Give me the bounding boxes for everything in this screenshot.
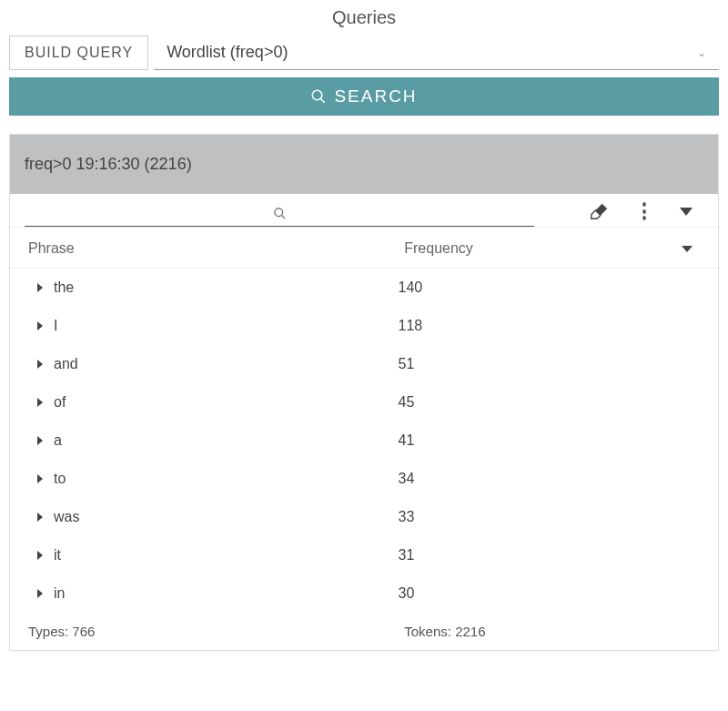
- page-title: Queries: [9, 7, 719, 28]
- phrase-cell: it: [54, 547, 399, 564]
- table-row[interactable]: I118: [10, 307, 718, 345]
- build-query-button[interactable]: BUILD QUERY: [9, 36, 148, 70]
- phrase-cell: I: [54, 318, 399, 334]
- more-options-button[interactable]: ⋮: [634, 201, 654, 221]
- expand-caret-icon[interactable]: [37, 398, 43, 407]
- collapse-button[interactable]: [680, 208, 693, 216]
- svg-point-2: [274, 208, 282, 217]
- frequency-cell: 31: [399, 547, 700, 564]
- expand-caret-icon[interactable]: [37, 436, 43, 445]
- svg-line-1: [321, 98, 326, 103]
- footer-tokens: Tokens: 2216: [404, 624, 700, 639]
- query-select-value: Wordlist (freq>0): [167, 43, 288, 62]
- chevron-down-icon: ⌄: [697, 46, 706, 59]
- query-select[interactable]: Wordlist (freq>0) ⌄: [154, 36, 719, 70]
- table-row[interactable]: a41: [10, 422, 718, 460]
- frequency-cell: 30: [399, 585, 700, 602]
- results-card: freq>0 19:16:30 (2216) ⋮: [9, 134, 719, 651]
- phrase-cell: and: [54, 356, 399, 372]
- table-row[interactable]: and51: [10, 345, 718, 383]
- search-icon: [310, 88, 327, 105]
- phrase-cell: to: [54, 471, 399, 487]
- frequency-cell: 140: [399, 279, 700, 296]
- eraser-button[interactable]: [589, 201, 609, 221]
- frequency-cell: 51: [399, 356, 700, 372]
- footer-tokens-value: 2216: [455, 624, 485, 639]
- svg-line-3: [281, 215, 285, 218]
- phrase-cell: a: [54, 432, 399, 449]
- table-row[interactable]: of45: [10, 383, 718, 422]
- table-row[interactable]: the140: [10, 269, 718, 307]
- table-header: Phrase Frequency: [10, 228, 718, 269]
- expand-caret-icon[interactable]: [37, 474, 43, 483]
- caret-down-icon: [680, 208, 693, 216]
- expand-caret-icon[interactable]: [37, 589, 43, 598]
- table-row[interactable]: it31: [10, 536, 718, 574]
- expand-caret-icon[interactable]: [37, 551, 43, 560]
- column-header-frequency[interactable]: Frequency: [404, 240, 682, 257]
- expand-caret-icon[interactable]: [37, 321, 43, 330]
- filter-input-wrap[interactable]: [25, 201, 534, 227]
- frequency-cell: 45: [399, 394, 700, 411]
- result-header: freq>0 19:16:30 (2216): [10, 135, 718, 194]
- toolbar-icons: ⋮: [589, 201, 703, 227]
- footer-types-label: Types:: [28, 624, 68, 639]
- table-footer: Types: 766 Tokens: 2216: [10, 613, 718, 650]
- kebab-icon: ⋮: [634, 201, 654, 221]
- table-row[interactable]: to34: [10, 460, 718, 498]
- frequency-cell: 34: [399, 471, 700, 487]
- search-icon: [273, 207, 287, 220]
- frequency-cell: 33: [399, 509, 700, 525]
- toolbar: ⋮: [10, 194, 718, 228]
- phrase-cell: in: [54, 585, 399, 602]
- phrase-cell: was: [54, 509, 399, 525]
- expand-caret-icon[interactable]: [37, 513, 43, 522]
- search-button-label: SEARCH: [334, 86, 417, 107]
- phrase-cell: of: [54, 394, 399, 411]
- svg-point-0: [313, 90, 323, 100]
- footer-tokens-label: Tokens:: [404, 624, 451, 639]
- frequency-cell: 41: [399, 432, 700, 449]
- phrase-cell: the: [54, 279, 399, 296]
- expand-caret-icon[interactable]: [37, 283, 43, 292]
- search-button[interactable]: SEARCH: [9, 77, 719, 116]
- table-row[interactable]: was33: [10, 498, 718, 536]
- query-row: BUILD QUERY Wordlist (freq>0) ⌄: [9, 36, 719, 70]
- expand-caret-icon[interactable]: [37, 360, 43, 369]
- sort-caret-icon[interactable]: [682, 246, 693, 252]
- frequency-cell: 118: [399, 318, 700, 334]
- column-header-phrase[interactable]: Phrase: [28, 240, 404, 257]
- eraser-icon: [589, 201, 609, 221]
- table-body[interactable]: the140I118and51of45a41to34was33it31in30: [10, 269, 718, 613]
- footer-types-value: 766: [72, 624, 95, 639]
- table-row[interactable]: in30: [10, 574, 718, 613]
- footer-types: Types: 766: [28, 624, 404, 639]
